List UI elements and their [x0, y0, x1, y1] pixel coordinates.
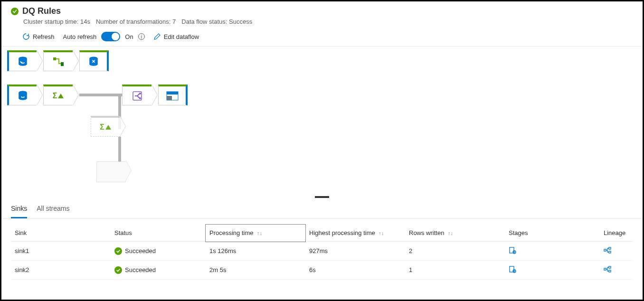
cell-highest: 927ms [305, 242, 405, 261]
flow-status-value: Success [229, 18, 252, 25]
table-row[interactable]: sink2 Succeeded 2m 5s 6s 1 [11, 261, 633, 280]
sinks-table: Sink Status Processing time ↑↓ Highest p… [11, 225, 633, 280]
derived-column-icon [52, 56, 65, 67]
svg-rect-16 [167, 96, 172, 100]
auto-refresh-control: Auto refresh On i [63, 32, 145, 41]
col-highest-processing-time[interactable]: Highest processing time ↑↓ [305, 225, 405, 242]
cell-processing-time: 1s 126ms [206, 242, 305, 261]
refresh-button[interactable]: Refresh [22, 33, 55, 40]
database-sink-icon [87, 55, 100, 68]
col-processing-time-label: Processing time [209, 229, 253, 236]
transformations-label: Number of transformations: [96, 18, 171, 25]
col-rows-label: Rows written [409, 229, 444, 236]
source-node[interactable] [7, 50, 37, 71]
connector-vertical [118, 137, 121, 162]
cluster-startup-value: 14s [80, 18, 90, 25]
cell-highest: 6s [305, 261, 405, 280]
aggregate-node[interactable]: Σ [43, 85, 73, 105]
aggregate-icon: Σ [100, 123, 111, 132]
svg-point-13 [139, 97, 141, 99]
aggregate-node-2[interactable]: Σ [91, 116, 120, 137]
refresh-label: Refresh [33, 33, 55, 40]
panel-split-handle[interactable] [315, 196, 329, 198]
cell-status: Succeeded [111, 242, 206, 261]
tab-sinks[interactable]: Sinks [11, 201, 27, 218]
dataflow-graph[interactable]: Σ [1, 47, 643, 189]
database-icon [16, 55, 29, 68]
page-title: DQ Rules [22, 6, 61, 16]
col-rows-written[interactable]: Rows written ↑↓ [405, 225, 505, 242]
lineage-link-icon[interactable] [604, 248, 611, 255]
flow-status-label: Data flow status: [181, 18, 227, 25]
svg-rect-3 [53, 57, 56, 60]
sort-icon: ↑↓ [448, 230, 453, 236]
transformations-value: 7 [172, 18, 176, 25]
col-processing-time[interactable]: Processing time ↑↓ [206, 225, 305, 242]
info-icon[interactable]: i [138, 33, 145, 40]
split-node[interactable] [122, 85, 152, 105]
auto-refresh-state: On [125, 33, 133, 40]
cell-sink: sink1 [11, 242, 111, 261]
svg-rect-24 [604, 268, 606, 270]
col-status[interactable]: Status [111, 225, 206, 242]
svg-rect-4 [61, 62, 64, 66]
success-status-icon [11, 8, 19, 15]
status-text: Succeeded [125, 247, 156, 254]
tab-all-streams[interactable]: All streams [37, 201, 69, 218]
stages-link-icon[interactable] [509, 267, 516, 274]
sort-icon: ↑↓ [257, 230, 262, 236]
svg-rect-26 [609, 270, 611, 272]
col-stages[interactable]: Stages [505, 225, 600, 242]
source-node-2[interactable] [7, 85, 37, 105]
connector [79, 94, 122, 96]
cell-processing-time: 2m 5s [206, 261, 305, 280]
meta-row: Cluster startup time: 14s Number of tran… [23, 18, 633, 25]
pencil-icon [153, 33, 161, 40]
database-icon [16, 89, 29, 103]
svg-point-12 [139, 93, 141, 94]
sink-node[interactable] [79, 50, 109, 71]
derived-column-node[interactable] [43, 50, 73, 71]
svg-rect-20 [609, 247, 611, 249]
stages-link-icon[interactable] [509, 248, 516, 255]
ghost-node[interactable] [96, 161, 126, 182]
refresh-icon [22, 33, 30, 40]
svg-rect-15 [167, 92, 178, 94]
lineage-link-icon[interactable] [604, 267, 611, 274]
cell-sink: sink2 [11, 261, 111, 280]
edit-dataflow-label: Edit dataflow [164, 33, 199, 40]
edit-dataflow-button[interactable]: Edit dataflow [153, 33, 199, 40]
col-lineage[interactable]: Lineage [600, 225, 633, 242]
svg-rect-19 [604, 249, 606, 251]
cell-status: Succeeded [111, 261, 206, 280]
success-status-icon [114, 266, 122, 274]
sink-node-2[interactable] [158, 85, 188, 105]
auto-refresh-toggle[interactable] [101, 32, 120, 41]
col-sink[interactable]: Sink [11, 225, 111, 242]
sort-icon: ↑↓ [379, 230, 384, 236]
table-row[interactable]: sink1 Succeeded 1s 126ms 927ms 2 [11, 242, 633, 261]
cell-rows: 1 [405, 261, 505, 280]
cluster-startup-label: Cluster startup time: [23, 18, 78, 25]
status-text: Succeeded [125, 266, 156, 273]
auto-refresh-label: Auto refresh [63, 33, 97, 40]
col-highest-label: Highest processing time [309, 229, 375, 236]
conditional-split-icon [131, 90, 143, 102]
svg-point-7 [89, 62, 98, 66]
cell-rows: 2 [405, 242, 505, 261]
svg-rect-21 [609, 251, 611, 253]
aggregate-icon: Σ [53, 92, 64, 100]
svg-rect-25 [609, 266, 611, 268]
table-sink-icon [166, 91, 179, 101]
success-status-icon [114, 247, 122, 255]
